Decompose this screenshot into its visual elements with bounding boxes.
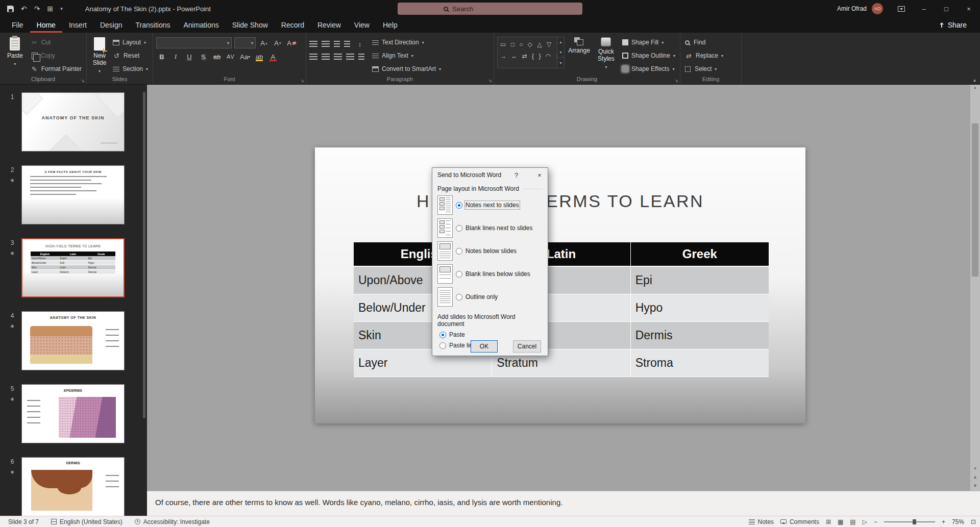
font-dialog-launcher-icon[interactable]: ↘ [300,78,304,83]
columns-button[interactable] [358,54,364,60]
layout-button[interactable]: Layout ▾ [111,37,150,48]
cancel-button[interactable]: Cancel [513,340,541,353]
zoom-slider[interactable] [884,521,935,522]
notes-pane[interactable]: Of course, there are other terms to know… [147,491,980,516]
option-label[interactable]: Notes below slides [465,247,517,255]
scroll-up-icon[interactable]: ▴ [974,85,976,90]
clipboard-dialog-launcher-icon[interactable]: ↘ [81,78,85,83]
shape-effects-button[interactable]: Shape Effects ▾ [621,63,677,74]
shapes-more-icon[interactable]: ▾ [557,57,564,68]
slide-sorter-view-button[interactable]: ▦ [838,518,843,525]
decrease-font-size-button[interactable]: A▾ [272,37,283,48]
main-vertical-scrollbar[interactable]: ▴ ▾ ▲ ▼ [970,85,980,491]
cut-button[interactable]: ✂ Cut [29,37,83,48]
grid-view-button[interactable]: ⊞ [47,5,53,13]
select-button[interactable]: Select ▾ [683,63,725,74]
zoom-slider-thumb[interactable] [913,519,916,524]
tab-animations[interactable]: Animations [177,17,225,33]
slide-6-thumbnail[interactable]: DERMIS [21,457,125,516]
slide-1-thumbnail[interactable]: ANATOMY OF THE SKIN [21,92,125,152]
option-label[interactable]: Blank lines below slides [465,270,530,278]
next-slide-button[interactable]: ▼ [973,483,977,488]
paste-button[interactable]: Paste ▾ [3,35,27,75]
speaker-notes-text[interactable]: Of course, there are other terms to know… [147,491,980,507]
minimize-button[interactable]: – [913,0,935,17]
section-button[interactable]: Section ▾ [111,63,150,74]
zoom-level[interactable]: 75% [952,518,964,525]
maximize-button[interactable]: □ [935,0,958,17]
slide-2-thumbnail[interactable]: A FEW FACTS ABOUT YOUR SKIN [21,165,125,224]
radio-paste[interactable] [439,332,446,338]
increase-font-size-button[interactable]: A▴ [258,37,270,48]
align-right-button[interactable] [334,54,342,60]
shape-outline-button[interactable]: Shape Outline ▾ [621,50,677,61]
radio-outline-only[interactable] [456,294,462,300]
radio-blank-lines-next-to-slides[interactable] [456,225,462,232]
text-shadow-button[interactable]: S [198,51,209,62]
line-spacing-button[interactable]: ↕ [354,38,365,49]
clear-formatting-button[interactable]: A [286,37,297,48]
bold-button[interactable]: B [156,51,167,62]
format-painter-button[interactable]: ✎ Format Painter [29,63,83,74]
italic-button[interactable]: I [170,51,181,62]
user-avatar[interactable]: AO [872,3,883,14]
shapes-gallery[interactable]: ▭ □ ○ ◇ △ ▽ ☆ → ↔ ⇄ { } ◠ ∟ [497,37,557,68]
tab-insert[interactable]: Insert [62,17,93,33]
decrease-indent-button[interactable] [334,41,340,47]
slide-title-text[interactable]: HIGH-YIELD TERMS TO LEARN [315,191,805,211]
tab-help[interactable]: Help [376,17,404,33]
option-label[interactable]: Notes next to slides [465,202,519,209]
text-direction-button[interactable]: Text Direction ▾ [371,37,443,48]
slide-table[interactable]: English Latin Greek Upon/Above Super Epi… [354,242,769,377]
search-input[interactable] [452,5,544,13]
radio-paste-link[interactable] [439,342,446,349]
slide-4-thumbnail[interactable]: ANATOMY OF THE SKIN [21,311,125,370]
bullets-button[interactable] [309,41,317,47]
language-status[interactable]: English (United States) [51,518,122,525]
save-button[interactable] [7,6,14,12]
strikethrough-button[interactable]: ab [211,51,223,62]
previous-slide-button[interactable]: ▲ [973,474,977,480]
close-button[interactable]: × [958,0,980,17]
cell[interactable]: Hypo [631,294,769,321]
dialog-close-button[interactable]: × [531,168,548,182]
new-slide-dropdown-icon[interactable]: ▾ [99,69,101,73]
option-label[interactable]: Outline only [465,293,498,300]
slide-show-button[interactable]: ▷ [863,518,867,525]
new-slide-button[interactable]: New Slide ▾ [90,35,109,75]
comments-toggle-button[interactable]: Comments [780,518,819,525]
customize-qat-chevron-icon[interactable]: ▾ [60,6,63,11]
collapse-ribbon-icon[interactable]: ▴ [973,77,976,83]
find-button[interactable]: Find [683,37,725,48]
radio-notes-below-slides[interactable] [456,248,462,255]
numbering-button[interactable] [322,41,330,47]
cell[interactable]: Dermis [631,322,769,349]
ok-button[interactable]: OK [471,340,498,353]
normal-view-button[interactable]: ⊞ [826,518,831,525]
font-name-combobox[interactable]: ▾ [156,37,232,48]
dialog-help-button[interactable]: ? [509,168,524,182]
shapes-scroll-up-icon[interactable]: ▴ [557,37,564,47]
notes-toggle-button[interactable]: Notes [749,518,774,525]
paragraph-dialog-launcher-icon[interactable]: ↘ [488,78,492,83]
scrollbar-thumb[interactable] [972,123,978,277]
tab-slide-show[interactable]: Slide Show [226,17,275,33]
quick-styles-button[interactable]: Quick Styles ▾ [594,35,619,75]
increase-indent-button[interactable] [344,41,350,47]
align-center-button[interactable] [322,54,330,60]
cell[interactable]: Epi [631,267,769,294]
tab-view[interactable]: View [348,17,376,33]
underline-button[interactable]: U [184,51,195,62]
reset-button[interactable]: ↺ Reset [111,50,150,61]
cell[interactable]: Stroma [631,349,769,377]
arrange-button[interactable]: Arrange [567,35,592,75]
tab-review[interactable]: Review [311,17,348,33]
fit-slide-to-window-button[interactable]: ⊡ [971,518,976,525]
drawing-dialog-launcher-icon[interactable]: ↘ [674,78,678,83]
paste-label[interactable]: Paste [449,331,465,338]
header-greek[interactable]: Greek [631,242,769,266]
current-slide[interactable]: HIGH-YIELD TERMS TO LEARN English Latin … [315,147,805,423]
slide-3-thumbnail-selected[interactable]: HIGH-YIELD TERMS TO LEARN EnglishLatinGr… [21,238,125,297]
reading-view-button[interactable]: ▤ [850,518,855,525]
text-highlight-color-button[interactable]: ab [254,51,265,62]
